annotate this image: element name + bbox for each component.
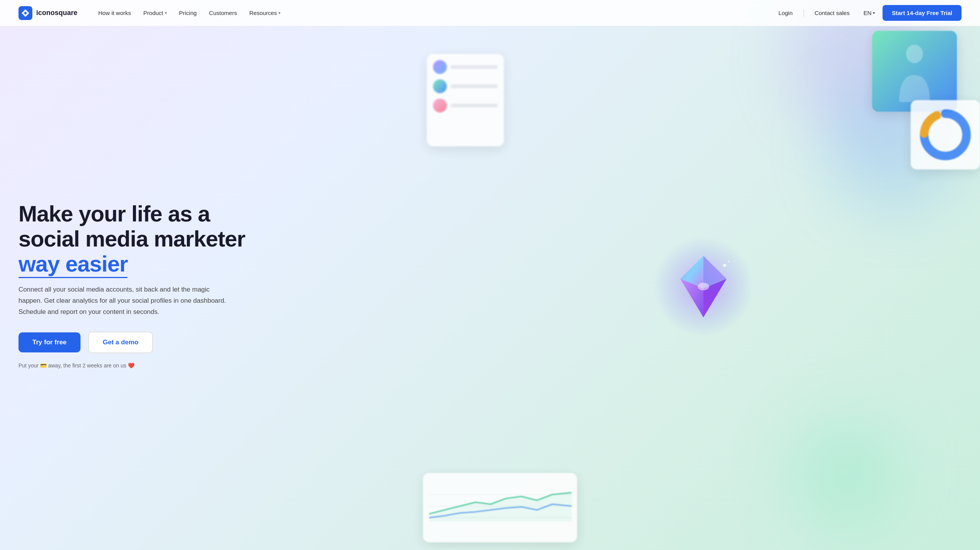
profiles-card (427, 54, 504, 146)
language-selector[interactable]: EN ▾ (859, 7, 879, 19)
hero-section: Make your life as a social media markete… (0, 0, 980, 550)
hero-note: Put your 💳 away, the first 2 weeks are o… (18, 362, 245, 369)
logo-text: iconosquare (36, 9, 77, 17)
logo-icon (18, 6, 32, 20)
nav-resources[interactable]: Resources ▾ (244, 7, 286, 19)
hero-content: Make your life as a social media markete… (18, 201, 245, 369)
nav-product[interactable]: Product ▾ (138, 7, 172, 19)
image-card (872, 31, 957, 112)
svg-marker-9 (429, 493, 572, 521)
logo-link[interactable]: iconosquare (18, 6, 77, 20)
blob-green (787, 415, 903, 531)
nav-pricing[interactable]: Pricing (174, 7, 202, 19)
try-for-free-button[interactable]: Try for free (18, 332, 81, 352)
profile-row-2 (433, 79, 498, 93)
avatar-2 (433, 79, 447, 93)
avatar-3 (433, 99, 447, 112)
nav-divider (804, 9, 804, 17)
hero-visual (419, 23, 980, 550)
profile-row-3 (433, 99, 498, 112)
login-link[interactable]: Login (772, 7, 799, 19)
product-chevron-icon: ▾ (165, 11, 167, 15)
profile-line-2 (451, 84, 498, 88)
lang-chevron-icon: ▾ (873, 11, 875, 15)
svg-point-11 (924, 114, 967, 156)
blob-blue (826, 77, 961, 212)
resources-chevron-icon: ▾ (279, 11, 280, 15)
hero-buttons: Try for free Get a demo (18, 332, 245, 353)
contact-sales-link[interactable]: Contact sales (809, 7, 856, 19)
center-logo-svg (649, 233, 757, 340)
person-silhouette (891, 40, 938, 102)
hero-title-highlight: way easier (18, 252, 128, 277)
svg-point-5 (728, 261, 729, 262)
svg-point-4 (723, 264, 726, 267)
profile-line-1 (451, 65, 498, 69)
svg-point-12 (924, 114, 967, 156)
svg-point-3 (698, 283, 709, 290)
hero-title: Make your life as a social media markete… (18, 201, 245, 277)
get-demo-button[interactable]: Get a demo (88, 332, 153, 353)
start-trial-button[interactable]: Start 14-day Free Trial (883, 5, 962, 21)
line-chart (429, 479, 572, 525)
svg-point-10 (924, 114, 967, 156)
svg-point-1 (906, 45, 923, 63)
center-logo (649, 233, 757, 340)
donut-chart (918, 108, 972, 162)
nav-links: How it works Product ▾ Pricing Customers… (93, 7, 772, 19)
svg-point-2 (653, 236, 753, 337)
navbar: iconosquare How it works Product ▾ Prici… (0, 0, 980, 26)
avatar-1 (433, 60, 447, 74)
chart-card (423, 473, 577, 542)
profile-line-3 (451, 104, 498, 107)
donut-card (911, 100, 980, 169)
nav-how-it-works[interactable]: How it works (93, 7, 136, 19)
nav-right: Login Contact sales EN ▾ Start 14-day Fr… (772, 5, 962, 21)
hero-description: Connect all your social media accounts, … (18, 284, 234, 318)
nav-customers[interactable]: Customers (204, 7, 243, 19)
profile-row-1 (433, 60, 498, 74)
